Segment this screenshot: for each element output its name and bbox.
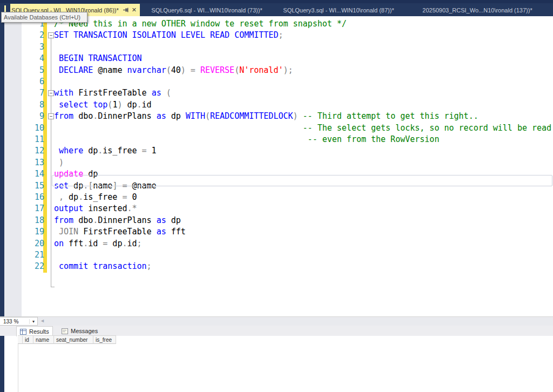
token-kw: as (157, 215, 166, 225)
results-grid-header: id name seat_number is_free (18, 335, 116, 344)
token-kw: top (93, 100, 107, 110)
tab-messages[interactable]: Messages (58, 326, 101, 336)
token-op: . (98, 146, 103, 156)
token-id (54, 100, 59, 110)
line-number: 7 (21, 87, 44, 99)
line-number: 13 (21, 157, 44, 168)
close-icon[interactable]: ✕ (132, 7, 137, 13)
token-id (54, 158, 59, 167)
code-text: -- The select gets locks, so no record w… (54, 123, 551, 134)
token-op: . (93, 111, 98, 121)
token-id: FirstFreeTable (78, 227, 157, 236)
code-text: where dp.is_free = 1 (54, 145, 157, 157)
fold-collapse-icon[interactable]: − (48, 90, 54, 96)
token-id: dp (64, 192, 78, 202)
grid-column-header-is-free[interactable]: is_free (93, 335, 116, 344)
chevron-down-icon[interactable]: ▾ (29, 319, 37, 324)
code-line[interactable]: 10 -- The select gets locks, so no recor… (4, 123, 553, 134)
token-op: . (83, 239, 88, 248)
code-line[interactable]: 9−from dbo.DinnerPlans as dp WITH(READCO… (4, 111, 553, 122)
fold-collapse-icon[interactable]: − (48, 32, 54, 38)
token-id (54, 65, 59, 75)
tab-document-4[interactable]: 20250903_RCSI_Wo...N10\ronald (137))* (410, 4, 544, 16)
token-op: . (137, 100, 142, 110)
token-kw: as (157, 227, 166, 236)
token-fn: REVERSE (200, 65, 234, 75)
code-line[interactable]: 7−with FirstFreeTable as ( (4, 87, 553, 99)
code-line[interactable]: 13 ) (4, 157, 553, 168)
token-kw: READCOMMITTEDLOCK (210, 111, 293, 121)
token-id (88, 100, 93, 110)
current-line-highlight (52, 175, 552, 186)
token-id: is_free (83, 192, 122, 202)
scrollbar-left-arrow-icon[interactable]: ◄ (40, 318, 45, 323)
token-id: dp (122, 100, 137, 110)
line-number: 5 (21, 65, 44, 76)
code-line[interactable]: 21 (4, 249, 553, 261)
grid-column-header-id[interactable]: id (23, 335, 33, 344)
results-tab-label: Results (29, 328, 49, 335)
line-number: 17 (21, 203, 44, 214)
token-id (54, 53, 59, 63)
code-line[interactable]: 5 DECLARE @name nvarchar(40) = REVERSE(N… (4, 65, 553, 76)
results-tab-strip: Results Messages (0, 325, 553, 336)
code-line[interactable]: 17output inserted.* (4, 203, 553, 214)
token-id: DinnerPlans (98, 215, 156, 225)
code-line[interactable]: 6 (4, 76, 553, 87)
outline-region-end-tick (51, 287, 55, 287)
code-line[interactable]: 19 JOIN FirstFreeTable as fft (4, 226, 553, 238)
code-line[interactable]: 4 BEGIN TRANSACTION (4, 53, 553, 64)
token-com: -- even from the RowVersion (54, 134, 439, 144)
code-text: -- even from the RowVersion (54, 134, 439, 145)
tab-document-3[interactable]: SQLQuery3.sql - WI...WIN10\ronald (87))* (273, 4, 404, 16)
code-text: select top(1) dp.id (54, 99, 152, 111)
code-text: from dbo.DinnerPlans as dp (54, 215, 181, 226)
horizontal-scrollbar-track[interactable] (45, 317, 553, 326)
code-line[interactable]: 16 , dp.is_free = 0 (4, 192, 553, 203)
code-line[interactable]: 2−SET TRANSACTION ISOLATION LEVEL READ C… (4, 30, 553, 41)
tab-document-2[interactable]: SQLQuery6.sql - WI...WIN10\ronald (73))* (142, 4, 272, 16)
pin-icon[interactable] (123, 7, 129, 13)
token-id: inserted (83, 204, 127, 213)
line-number: 4 (21, 53, 44, 64)
tooltip-text: Available Databases (Ctrl+U) (4, 14, 80, 21)
token-id: dp (166, 215, 181, 225)
code-line[interactable]: 8 select top(1) dp.id (4, 99, 553, 111)
token-op: = (103, 239, 107, 248)
code-text: ) (54, 157, 64, 168)
zoom-level-dropdown[interactable]: 133 % ▾ (0, 317, 38, 326)
code-line[interactable]: 22 commit transaction; (4, 261, 553, 272)
token-kw: on (54, 239, 64, 248)
code-line[interactable]: 12 where dp.is_free = 1 (4, 145, 553, 157)
token-num: 0 (127, 192, 137, 202)
code-editor[interactable]: 1/* Need this in a new OTHER window te r… (4, 16, 553, 316)
token-kw: from (54, 111, 73, 121)
grid-column-header-name[interactable]: name (33, 335, 54, 344)
grid-column-header-seat-number[interactable]: seat_number (54, 335, 93, 344)
token-id: dbo (73, 215, 93, 225)
code-line[interactable]: 20on fft.id = dp.id; (4, 238, 553, 249)
fold-collapse-icon[interactable]: − (48, 113, 54, 119)
token-kw: as (157, 111, 166, 121)
code-line[interactable]: 11 -- even from the RowVersion (4, 134, 553, 145)
token-op: . (78, 192, 83, 202)
line-number: 20 (21, 238, 44, 249)
token-id: dp (107, 239, 122, 248)
messages-tab-label: Messages (71, 328, 98, 334)
line-number: 10 (21, 123, 44, 134)
token-op: ( (234, 65, 239, 75)
token-id: DinnerPlans (98, 111, 156, 121)
tab-bar-top-strip (0, 0, 553, 3)
code-line[interactable]: 3 (4, 42, 553, 53)
token-id (54, 227, 59, 236)
code-text: JOIN FirstFreeTable as fft (54, 226, 186, 238)
code-text: SET TRANSACTION ISOLATION LEVEL READ COM… (54, 30, 283, 41)
code-text: /* Need this in a new OTHER window te re… (54, 18, 347, 30)
code-text: DECLARE @name nvarchar(40) = REVERSE(N'r… (54, 65, 293, 76)
token-kw: commit transaction (59, 261, 147, 271)
line-number: 18 (21, 215, 44, 226)
token-id (298, 111, 303, 121)
tab-label: SQLQuery6.sql - WI...WIN10\ronald (73))* (151, 7, 262, 13)
code-line[interactable]: 18from dbo.DinnerPlans as dp (4, 215, 553, 226)
line-number: 6 (21, 76, 44, 87)
